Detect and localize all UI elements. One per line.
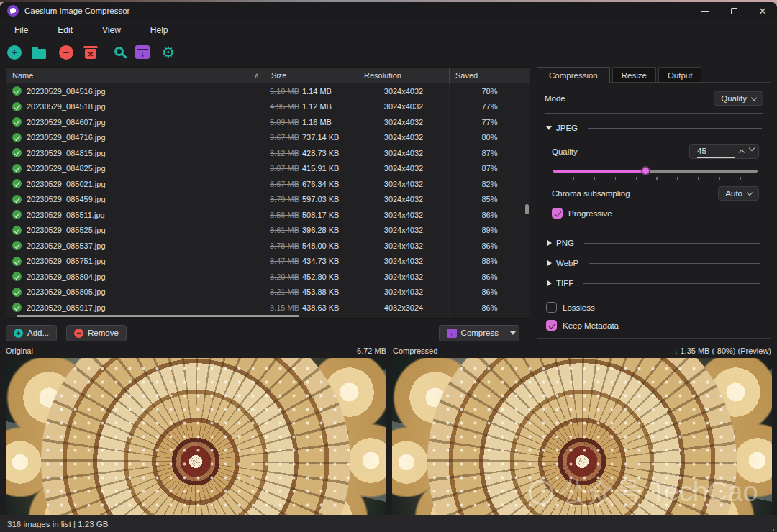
file-table: Name ∧ Size Resolution Saved 20230529_08…: [6, 67, 530, 319]
compressed-preview-image[interactable]: 公众号:TechCao: [392, 358, 772, 515]
cell-name: 20230529_085751.jpg: [6, 254, 265, 270]
table-row[interactable]: 20230529_084607.jpg 5.09 MB 1.16 MB 3024…: [6, 114, 530, 130]
cell-resolution: 4032x3024: [358, 300, 450, 316]
cell-size: 3.21 MB 453.88 KB: [265, 285, 358, 301]
open-folder-icon: [32, 49, 46, 59]
search-button[interactable]: [109, 44, 127, 61]
quality-spinbox[interactable]: 45: [689, 144, 759, 159]
add-button[interactable]: + Add...: [6, 325, 57, 341]
quality-slider[interactable]: [553, 166, 758, 175]
cell-name: 20230529_085537.jpg: [6, 238, 265, 254]
column-header-saved[interactable]: Saved: [450, 68, 530, 83]
minimize-icon: [701, 11, 709, 12]
spin-up-icon[interactable]: [739, 150, 745, 155]
menu-item[interactable]: View: [91, 22, 132, 39]
column-header-name[interactable]: Name ∧: [6, 68, 265, 83]
clear-list-button[interactable]: ✕: [82, 44, 99, 61]
cell-resolution: 3024x4032: [358, 176, 450, 192]
compress-button[interactable]: ↓ Compress: [439, 325, 506, 341]
cell-resolution: 3024x4032: [358, 192, 450, 208]
watermark: 公众号:TechCao: [529, 474, 772, 510]
cell-resolution: 3024x4032: [358, 207, 450, 223]
remove-button[interactable]: − Remove: [66, 325, 127, 341]
app-window: Caesium Image Compressor ✕ FileEditViewH…: [0, 2, 777, 532]
cell-name: 20230529_085459.jpg: [6, 192, 265, 208]
lossless-checkbox[interactable]: [546, 302, 557, 313]
column-header-resolution[interactable]: Resolution: [358, 68, 450, 83]
compress-options-dropdown[interactable]: [506, 325, 519, 341]
table-row[interactable]: 20230529_085021.jpg 3.67 MB 676.34 KB 30…: [6, 176, 530, 192]
mode-dropdown[interactable]: Quality: [714, 91, 763, 106]
section-divider: [589, 263, 760, 264]
table-row[interactable]: 20230529_085459.jpg 3.79 MB 597.03 KB 30…: [6, 192, 530, 208]
table-row[interactable]: 20230529_085751.jpg 3.47 MB 434.73 KB 30…: [6, 254, 530, 270]
collapsed-section-header[interactable]: TIFF: [547, 279, 760, 288]
maximize-icon: [731, 8, 737, 14]
menu-item[interactable]: File: [3, 22, 40, 39]
vertical-scrollbar[interactable]: [525, 204, 529, 214]
table-row[interactable]: 20230529_084825.jpg 3.07 MB 415.91 KB 30…: [6, 161, 530, 177]
progressive-checkbox[interactable]: [552, 208, 563, 219]
tab-compression[interactable]: Compression: [537, 67, 610, 83]
maximize-button[interactable]: [719, 2, 748, 19]
compress-toolbar-button[interactable]: ↓: [134, 44, 151, 61]
slider-handle[interactable]: [641, 166, 650, 175]
cell-saved: 87%: [450, 149, 530, 157]
settings-panel: Compression Resize Output Mode Quality J…: [537, 67, 771, 319]
keep-metadata-checkbox[interactable]: [546, 320, 557, 331]
chroma-dropdown[interactable]: Auto: [718, 186, 759, 201]
compressed-ok-icon: [12, 179, 22, 188]
settings-button[interactable]: ⚙: [160, 44, 177, 61]
collapsed-section-header[interactable]: PNG: [547, 239, 760, 247]
compressed-ok-icon: [12, 272, 22, 281]
tab-resize[interactable]: Resize: [612, 67, 656, 83]
add-files-button[interactable]: +: [6, 44, 23, 61]
cell-size: 3.61 MB 396.28 KB: [265, 223, 358, 239]
table-row[interactable]: 20230529_085525.jpg 3.61 MB 396.28 KB 30…: [6, 223, 530, 239]
table-row[interactable]: 20230529_084815.jpg 3.12 MB 428.73 KB 30…: [6, 145, 530, 161]
horizontal-scrollbar[interactable]: [17, 315, 299, 317]
preview-labels: Original 6.72 MB Compressed ↓ 1.35 MB (-…: [0, 344, 777, 357]
remove-file-button[interactable]: −: [58, 44, 75, 61]
resize-grip-icon[interactable]: [773, 529, 774, 531]
open-folder-button[interactable]: [30, 44, 47, 61]
table-row[interactable]: 20230529_085804.jpg 3.20 MB 452.80 KB 30…: [6, 269, 530, 285]
cell-size: 3.12 MB 428.73 KB: [265, 145, 358, 161]
table-row[interactable]: 20230529_084716.jpg 3.67 MB 737.14 KB 30…: [6, 130, 530, 146]
cell-saved: 89%: [450, 226, 530, 234]
table-row[interactable]: 20230529_085917.jpg 3.15 MB 438.63 KB 40…: [6, 300, 530, 316]
collapsed-section-header[interactable]: WebP: [547, 259, 760, 267]
close-button[interactable]: ✕: [748, 2, 777, 19]
collapsed-arrow-icon: [547, 280, 552, 286]
table-row[interactable]: 20230529_085537.jpg 3.78 MB 548.00 KB 30…: [6, 238, 530, 254]
cell-size: 3.15 MB 438.63 KB: [265, 300, 358, 316]
quality-value[interactable]: 45: [697, 145, 735, 158]
remove-icon: −: [74, 329, 83, 338]
column-header-size[interactable]: Size: [265, 68, 358, 83]
table-row[interactable]: 20230529_084518.jpg 4.95 MB 1.12 MB 3024…: [6, 99, 530, 115]
mode-label: Mode: [545, 94, 565, 103]
cell-size: 3.20 MB 452.80 KB: [265, 269, 358, 285]
spin-down-icon[interactable]: [749, 145, 755, 151]
cell-name: 20230529_085525.jpg: [6, 223, 265, 239]
cell-size: 4.95 MB 1.12 MB: [265, 99, 358, 115]
table-row[interactable]: 20230529_085511.jpg 3.56 MB 508.17 KB 30…: [6, 207, 530, 223]
status-text: 316 images in list | 1.23 GB: [7, 520, 108, 528]
sort-ascending-icon: ∧: [254, 72, 259, 79]
title-bar[interactable]: Caesium Image Compressor ✕: [0, 2, 777, 19]
menu-item[interactable]: Help: [139, 22, 180, 39]
compress-icon: ↓: [447, 329, 457, 338]
cell-resolution: 3024x4032: [358, 114, 450, 130]
jpeg-section-header[interactable]: JPEG: [546, 124, 762, 132]
tab-output[interactable]: Output: [658, 67, 702, 83]
cell-resolution: 3024x4032: [358, 130, 450, 146]
original-preview-image[interactable]: [6, 358, 386, 515]
cell-saved: 80%: [450, 133, 530, 142]
table-row[interactable]: 20230529_085805.jpg 3.21 MB 453.88 KB 30…: [6, 285, 530, 301]
table-row[interactable]: 20230529_084516.jpg 5.10 MB 1.14 MB 3024…: [6, 83, 530, 99]
minimize-button[interactable]: [691, 2, 719, 19]
collapsed-arrow-icon: [547, 260, 552, 266]
menu-item[interactable]: Edit: [46, 22, 84, 39]
original-size: 6.72 MB: [357, 347, 386, 355]
cell-saved: 86%: [450, 211, 530, 219]
